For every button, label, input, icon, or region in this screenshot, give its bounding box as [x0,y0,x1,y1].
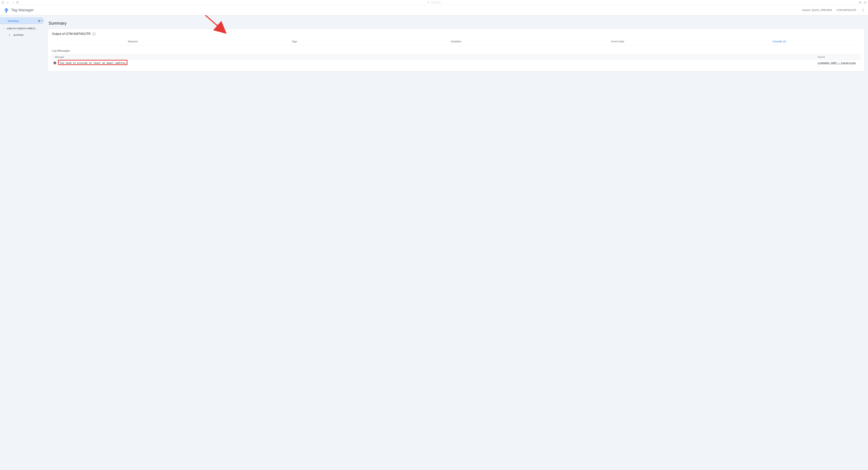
back-icon[interactable] [6,1,9,4]
app-title: Tag Manager [11,8,34,12]
more-menu-button[interactable] [861,8,865,12]
tabs: Request Tags Variables Event Data Consol… [52,38,860,45]
container-id: GTM-KMTW2JTR [837,9,856,11]
sidebar-toggle-icon[interactable] [1,1,4,4]
log-section-title: Log Messages [52,49,860,53]
event-name: purchase [13,33,24,36]
tab-variables[interactable]: Variables [375,38,537,45]
tab-console[interactable]: Console (1) [699,38,860,45]
tab-request[interactable]: Request [52,38,214,45]
output-prefix: Output of [52,32,66,36]
log-row[interactable]: i You need to provide at least an email … [52,60,860,66]
tab-event-data[interactable]: Event Data [537,38,699,45]
log-message: You need to provide at least an email ad… [59,61,128,65]
forward-icon[interactable] [11,1,14,4]
output-container: GTM-KMTW2JTR [66,32,91,36]
svg-rect-0 [2,2,4,3]
svg-point-9 [863,10,864,11]
svg-point-6 [6,11,7,13]
log-table: Message Source i You need to provide at … [52,54,860,66]
sidebar-item-request[interactable]: collect?v=2&tid=G-HMB1Z… [0,25,44,32]
help-icon[interactable]: ? [92,32,95,36]
svg-point-8 [863,10,864,10]
output-card: Output of GTM-KMTW2JTR ? Request Tags Va… [48,29,865,71]
url-redacted [431,1,441,3]
reload-icon[interactable] [16,1,19,4]
panel-icon[interactable] [864,1,867,4]
log-source-link[interactable]: LinkedIn CAPI – Conversion [815,60,860,66]
sidebar-item-label: collect?v=2&tid=G-HMB1Z… [7,27,38,30]
output-title: Output of GTM-KMTW2JTR ? [52,32,860,36]
main-content: Summary Output of GTM-KMTW2JTR ? Request… [45,15,868,470]
log-table-header: Message Source [52,54,860,60]
sidebar: Summary collect?v=2&tid=G-HMB1Z… 1 purch… [0,15,45,470]
browser-chrome [0,0,868,5]
event-index: 1 [8,33,10,36]
app-header: Tag Manager Version: QUICK_PREVIEW GTM-K… [0,5,868,15]
svg-rect-2 [859,2,861,3]
log-level-icon: i [52,62,58,64]
sidebar-item-event[interactable]: 1 purchase [0,32,44,38]
tab-tags[interactable]: Tags [214,38,375,45]
extensions-icon[interactable] [859,1,862,4]
link-icon [427,1,429,3]
page-title: Summary [49,21,865,26]
sidebar-item-label: Summary [8,20,38,22]
svg-rect-3 [860,2,861,3]
svg-rect-4 [864,2,866,3]
col-source: Source [815,54,860,60]
col-message: Message [52,54,815,60]
gtm-logo-icon [3,7,9,13]
clear-icon[interactable] [38,20,42,22]
sidebar-item-summary[interactable]: Summary [0,18,44,24]
svg-point-7 [863,9,864,9]
url-bar[interactable] [427,1,441,3]
chevron-down-icon [2,27,5,30]
version-label: Version: QUICK_PREVIEW [802,9,832,11]
